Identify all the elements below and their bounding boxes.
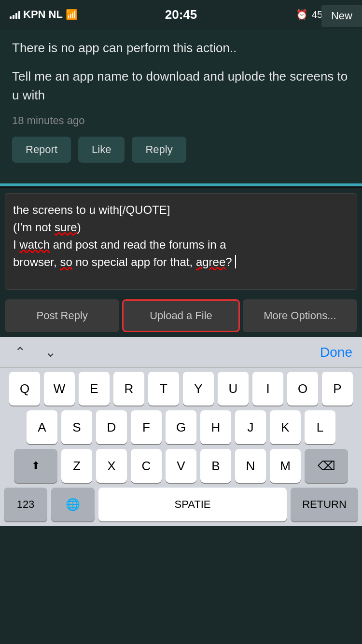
status-bar: KPN NL 📶 20:45 ⏰ 45% [0,0,362,29]
key-m[interactable]: M [270,449,301,483]
globe-key[interactable]: 🌐 [51,488,95,521]
key-l[interactable]: L [305,410,335,444]
reply-editor-area: the screens to u with[/QUOTE] (I'm not s… [0,188,362,294]
keyboard-row-2: A S D F G H J K L [2,410,360,444]
progress-bar [0,183,362,186]
nav-up-button[interactable]: ⌃ [10,342,30,363]
carrier-info: KPN NL 📶 [10,8,78,21]
key-f[interactable]: F [131,410,162,444]
key-a[interactable]: A [27,410,57,444]
spellcheck-so: so [60,255,72,268]
key-s[interactable]: S [61,410,92,444]
key-b[interactable]: B [200,449,231,483]
spellcheck-agree: agree [196,255,225,268]
backspace-key[interactable]: ⌫ [305,449,348,483]
forum-post: There is no app can perform this action.… [0,29,362,183]
key-j[interactable]: J [235,410,266,444]
cursor [235,255,236,268]
return-key[interactable]: return [291,488,358,521]
key-q[interactable]: Q [9,372,40,406]
divider [0,183,362,188]
keyboard-nav: ⌃ ⌄ [10,342,61,363]
key-y[interactable]: Y [183,372,214,406]
spellcheck-sure: sure [55,221,77,234]
key-t[interactable]: T [148,372,179,406]
key-g[interactable]: G [166,410,196,444]
key-x[interactable]: X [96,449,127,483]
key-u[interactable]: U [218,372,249,406]
shift-key[interactable]: ⬆ [14,449,57,483]
editor-toolbar: Post Reply Upload a File More Options... [0,294,362,337]
status-time: 20:45 [165,7,197,22]
wifi-icon: 📶 [66,9,78,20]
report-button[interactable]: Report [12,137,71,163]
alarm-icon: ⏰ [296,9,308,20]
key-z[interactable]: Z [61,449,92,483]
post-reply-button[interactable]: Post Reply [5,299,119,332]
key-v[interactable]: V [166,449,196,483]
keyboard-row-1: Q W E R T Y U I O P [2,372,360,406]
reply-editor[interactable]: the screens to u with[/QUOTE] (I'm not s… [5,193,357,290]
reply-button[interactable]: Reply [132,137,186,163]
keyboard-done-button[interactable]: Done [320,345,352,360]
editor-content: the screens to u with[/QUOTE] (I'm not s… [13,203,232,268]
numbers-key[interactable]: 123 [4,488,47,521]
post-actions: Report Like Reply [12,137,350,163]
key-p[interactable]: P [322,372,353,406]
like-button[interactable]: Like [78,137,125,163]
upload-file-button[interactable]: Upload a File [122,299,239,332]
signal-icon [10,10,20,19]
post-text-1: There is no app can perform this action.… [12,39,350,57]
key-e[interactable]: E [79,372,110,406]
key-o[interactable]: O [287,372,318,406]
post-timestamp: 18 minutes ago [12,114,350,127]
key-k[interactable]: K [270,410,301,444]
keyboard-row-4: 123 🌐 spatie return [2,488,360,521]
key-r[interactable]: R [113,372,144,406]
space-key[interactable]: spatie [98,488,287,521]
keyboard-row-3: ⬆ Z X C V B N M ⌫ [2,449,360,483]
key-i[interactable]: I [252,372,283,406]
nav-down-button[interactable]: ⌄ [40,342,61,363]
new-button[interactable]: New [321,5,362,27]
keyboard-toolbar: ⌃ ⌄ Done [0,337,362,368]
post-text-2: Tell me an app name to download and uplo… [12,67,350,105]
spellcheck-watch: watch [19,238,50,251]
key-w[interactable]: W [44,372,75,406]
more-options-button[interactable]: More Options... [243,299,357,332]
key-c[interactable]: C [131,449,162,483]
carrier-name: KPN NL [23,8,63,21]
keyboard: Q W E R T Y U I O P A S D F G H J K L ⬆ … [0,368,362,526]
key-n[interactable]: N [235,449,266,483]
key-h[interactable]: H [200,410,231,444]
key-d[interactable]: D [96,410,127,444]
